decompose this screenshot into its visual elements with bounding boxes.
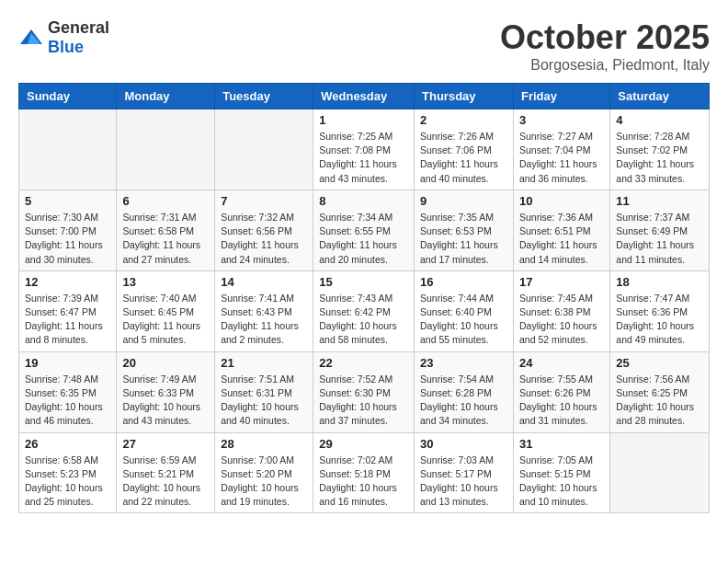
- calendar-cell: 26Sunrise: 6:58 AM Sunset: 5:23 PM Dayli…: [19, 432, 117, 513]
- day-number: 2: [420, 113, 507, 127]
- calendar-cell: [117, 109, 215, 190]
- calendar-week-row: 12Sunrise: 7:39 AM Sunset: 6:47 PM Dayli…: [19, 270, 710, 351]
- calendar-cell: 1Sunrise: 7:25 AM Sunset: 7:08 PM Daylig…: [313, 109, 415, 190]
- calendar-cell: 23Sunrise: 7:54 AM Sunset: 6:28 PM Dayli…: [415, 351, 514, 432]
- day-number: 1: [319, 113, 408, 127]
- day-number: 6: [122, 194, 209, 208]
- calendar-cell: 21Sunrise: 7:51 AM Sunset: 6:31 PM Dayli…: [215, 351, 313, 432]
- calendar-cell: 31Sunrise: 7:05 AM Sunset: 5:15 PM Dayli…: [513, 432, 609, 513]
- day-header-saturday: Saturday: [610, 84, 710, 109]
- day-number: 8: [319, 194, 408, 208]
- day-info: Sunrise: 7:25 AM Sunset: 7:08 PM Dayligh…: [319, 130, 408, 186]
- day-info: Sunrise: 7:34 AM Sunset: 6:55 PM Dayligh…: [319, 211, 408, 267]
- day-info: Sunrise: 7:32 AM Sunset: 6:56 PM Dayligh…: [221, 211, 307, 267]
- calendar-cell: 4Sunrise: 7:28 AM Sunset: 7:02 PM Daylig…: [610, 109, 710, 190]
- day-info: Sunrise: 7:35 AM Sunset: 6:53 PM Dayligh…: [420, 211, 507, 267]
- day-info: Sunrise: 7:45 AM Sunset: 6:38 PM Dayligh…: [519, 292, 604, 348]
- calendar-week-row: 26Sunrise: 6:58 AM Sunset: 5:23 PM Dayli…: [19, 432, 710, 513]
- day-number: 3: [519, 113, 604, 127]
- day-number: 31: [519, 437, 604, 451]
- day-number: 22: [319, 356, 408, 370]
- day-number: 17: [519, 275, 604, 289]
- calendar-cell: 12Sunrise: 7:39 AM Sunset: 6:47 PM Dayli…: [19, 270, 117, 351]
- logo-general-text: General: [48, 18, 109, 37]
- day-number: 16: [420, 275, 507, 289]
- month-title: October 2025: [500, 18, 710, 57]
- day-info: Sunrise: 7:27 AM Sunset: 7:04 PM Dayligh…: [519, 130, 604, 186]
- calendar-cell: 5Sunrise: 7:30 AM Sunset: 7:00 PM Daylig…: [19, 190, 117, 270]
- day-number: 19: [25, 356, 110, 370]
- day-number: 10: [519, 194, 604, 208]
- day-info: Sunrise: 7:03 AM Sunset: 5:17 PM Dayligh…: [420, 454, 507, 510]
- calendar-cell: 8Sunrise: 7:34 AM Sunset: 6:55 PM Daylig…: [313, 190, 415, 270]
- day-info: Sunrise: 7:43 AM Sunset: 6:42 PM Dayligh…: [319, 292, 408, 348]
- day-info: Sunrise: 7:41 AM Sunset: 6:43 PM Dayligh…: [221, 292, 307, 348]
- day-info: Sunrise: 7:36 AM Sunset: 6:51 PM Dayligh…: [519, 211, 604, 267]
- day-header-sunday: Sunday: [19, 84, 117, 109]
- day-number: 18: [616, 275, 703, 289]
- day-header-wednesday: Wednesday: [313, 84, 415, 109]
- calendar-cell: 19Sunrise: 7:48 AM Sunset: 6:35 PM Dayli…: [19, 351, 117, 432]
- calendar-cell: 7Sunrise: 7:32 AM Sunset: 6:56 PM Daylig…: [215, 190, 313, 270]
- location-title: Borgosesia, Piedmont, Italy: [500, 57, 710, 74]
- day-number: 15: [319, 275, 408, 289]
- day-info: Sunrise: 7:39 AM Sunset: 6:47 PM Dayligh…: [25, 292, 110, 348]
- calendar-cell: 15Sunrise: 7:43 AM Sunset: 6:42 PM Dayli…: [313, 270, 415, 351]
- day-info: Sunrise: 7:31 AM Sunset: 6:58 PM Dayligh…: [122, 211, 209, 267]
- day-number: 29: [319, 437, 408, 451]
- day-number: 4: [616, 113, 703, 127]
- day-header-monday: Monday: [117, 84, 215, 109]
- calendar-cell: 3Sunrise: 7:27 AM Sunset: 7:04 PM Daylig…: [513, 109, 609, 190]
- day-number: 11: [616, 194, 703, 208]
- header: General Blue October 2025 Borgosesia, Pi…: [18, 18, 710, 74]
- day-info: Sunrise: 7:26 AM Sunset: 7:06 PM Dayligh…: [420, 130, 507, 186]
- day-number: 27: [122, 437, 209, 451]
- day-info: Sunrise: 7:37 AM Sunset: 6:49 PM Dayligh…: [616, 211, 703, 267]
- day-info: Sunrise: 7:02 AM Sunset: 5:18 PM Dayligh…: [319, 454, 408, 510]
- calendar-week-row: 5Sunrise: 7:30 AM Sunset: 7:00 PM Daylig…: [19, 190, 710, 270]
- logo-blue-text: Blue: [48, 38, 84, 56]
- calendar-cell: [610, 432, 710, 513]
- day-info: Sunrise: 7:56 AM Sunset: 6:25 PM Dayligh…: [616, 373, 703, 429]
- calendar-cell: 30Sunrise: 7:03 AM Sunset: 5:17 PM Dayli…: [415, 432, 514, 513]
- day-info: Sunrise: 6:58 AM Sunset: 5:23 PM Dayligh…: [25, 454, 110, 510]
- day-info: Sunrise: 7:51 AM Sunset: 6:31 PM Dayligh…: [221, 373, 307, 429]
- calendar-cell: 20Sunrise: 7:49 AM Sunset: 6:33 PM Dayli…: [117, 351, 215, 432]
- day-number: 26: [25, 437, 110, 451]
- day-info: Sunrise: 7:00 AM Sunset: 5:20 PM Dayligh…: [221, 454, 307, 510]
- day-info: Sunrise: 7:44 AM Sunset: 6:40 PM Dayligh…: [420, 292, 507, 348]
- day-info: Sunrise: 6:59 AM Sunset: 5:21 PM Dayligh…: [122, 454, 209, 510]
- logo-icon: [18, 28, 44, 48]
- calendar: SundayMondayTuesdayWednesdayThursdayFrid…: [18, 83, 710, 513]
- calendar-cell: 16Sunrise: 7:44 AM Sunset: 6:40 PM Dayli…: [415, 270, 514, 351]
- calendar-cell: 9Sunrise: 7:35 AM Sunset: 6:53 PM Daylig…: [415, 190, 514, 270]
- calendar-header-row: SundayMondayTuesdayWednesdayThursdayFrid…: [19, 84, 710, 109]
- day-number: 23: [420, 356, 507, 370]
- day-header-tuesday: Tuesday: [215, 84, 313, 109]
- calendar-cell: 18Sunrise: 7:47 AM Sunset: 6:36 PM Dayli…: [610, 270, 710, 351]
- calendar-cell: 2Sunrise: 7:26 AM Sunset: 7:06 PM Daylig…: [415, 109, 514, 190]
- day-info: Sunrise: 7:30 AM Sunset: 7:00 PM Dayligh…: [25, 211, 110, 267]
- calendar-cell: 6Sunrise: 7:31 AM Sunset: 6:58 PM Daylig…: [117, 190, 215, 270]
- calendar-cell: 27Sunrise: 6:59 AM Sunset: 5:21 PM Dayli…: [117, 432, 215, 513]
- day-header-thursday: Thursday: [415, 84, 514, 109]
- calendar-cell: 17Sunrise: 7:45 AM Sunset: 6:38 PM Dayli…: [513, 270, 609, 351]
- calendar-cell: 28Sunrise: 7:00 AM Sunset: 5:20 PM Dayli…: [215, 432, 313, 513]
- calendar-cell: 13Sunrise: 7:40 AM Sunset: 6:45 PM Dayli…: [117, 270, 215, 351]
- day-number: 30: [420, 437, 507, 451]
- day-info: Sunrise: 7:05 AM Sunset: 5:15 PM Dayligh…: [519, 454, 604, 510]
- calendar-cell: [215, 109, 313, 190]
- day-number: 12: [25, 275, 110, 289]
- day-number: 28: [221, 437, 307, 451]
- calendar-cell: 11Sunrise: 7:37 AM Sunset: 6:49 PM Dayli…: [610, 190, 710, 270]
- day-number: 25: [616, 356, 703, 370]
- day-number: 9: [420, 194, 507, 208]
- day-info: Sunrise: 7:28 AM Sunset: 7:02 PM Dayligh…: [616, 130, 703, 186]
- calendar-cell: [19, 109, 117, 190]
- day-info: Sunrise: 7:40 AM Sunset: 6:45 PM Dayligh…: [122, 292, 209, 348]
- calendar-week-row: 19Sunrise: 7:48 AM Sunset: 6:35 PM Dayli…: [19, 351, 710, 432]
- day-number: 14: [221, 275, 307, 289]
- day-info: Sunrise: 7:47 AM Sunset: 6:36 PM Dayligh…: [616, 292, 703, 348]
- calendar-cell: 10Sunrise: 7:36 AM Sunset: 6:51 PM Dayli…: [513, 190, 609, 270]
- calendar-week-row: 1Sunrise: 7:25 AM Sunset: 7:08 PM Daylig…: [19, 109, 710, 190]
